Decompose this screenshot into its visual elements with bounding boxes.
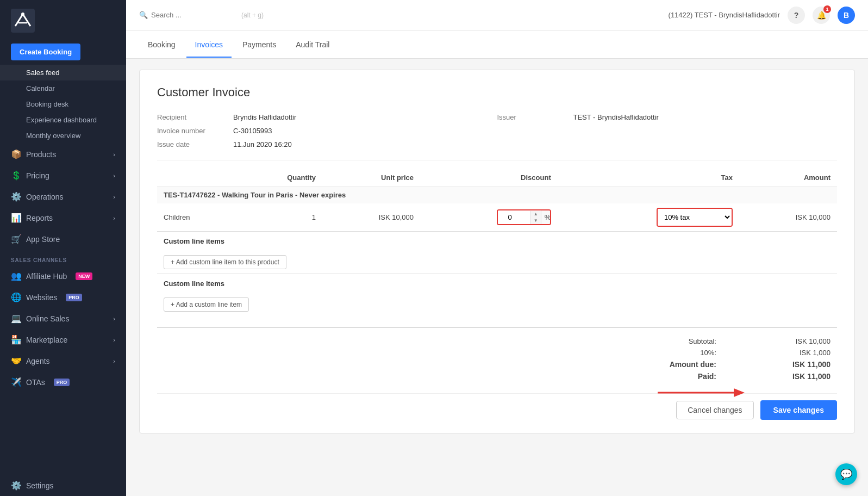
paid-row: Paid: ISK 11,000 xyxy=(157,370,837,382)
online-sales-icon: 💻 xyxy=(11,313,21,324)
issuer-row: Issuer TEST - BryndisHaflidadottir xyxy=(497,110,838,124)
svg-point-1 xyxy=(21,13,24,16)
user-avatar[interactable]: B xyxy=(838,7,855,24)
paid-label: Paid: xyxy=(698,372,716,381)
custom-line-items-product-label: Custom line items xyxy=(157,232,837,251)
tab-invoices[interactable]: Invoices xyxy=(186,32,232,58)
sidebar-item-booking-desk[interactable]: Booking desk xyxy=(0,96,126,112)
sidebar-item-agents[interactable]: 🤝 Agents › xyxy=(0,350,126,371)
sidebar-item-settings[interactable]: ⚙️ Settings xyxy=(0,475,126,496)
sidebar-label-otas: OTAs xyxy=(26,378,45,387)
sidebar-item-pricing[interactable]: 💲 Pricing › xyxy=(0,165,126,186)
notifications-button[interactable]: 🔔 1 xyxy=(813,7,830,24)
otas-badge: PRO xyxy=(54,379,70,386)
tax-pct-value: ISK 1,000 xyxy=(782,349,830,357)
cancel-changes-button[interactable]: Cancel changes xyxy=(676,401,753,419)
subtotal-value: ISK 10,000 xyxy=(782,337,830,345)
agents-icon: 🤝 xyxy=(11,356,21,366)
invoice-title: Customer Invoice xyxy=(157,85,837,100)
sidebar-label-websites: Websites xyxy=(26,293,57,302)
table-row: Children 1 ISK 10,000 ▲ ▼ xyxy=(157,203,837,232)
tab-booking[interactable]: Booking xyxy=(139,32,184,58)
chevron-right-icon-4: › xyxy=(113,215,115,221)
line-item-unit-price: ISK 10,000 xyxy=(322,203,420,232)
search-input[interactable] xyxy=(151,11,238,19)
discount-input[interactable] xyxy=(498,210,530,224)
sidebar-item-online-sales[interactable]: 💻 Online Sales › xyxy=(0,308,126,329)
search-wrap[interactable]: 🔍 (alt + g) xyxy=(139,11,662,19)
sidebar-item-otas[interactable]: ✈️ OTAs PRO xyxy=(0,371,126,393)
create-booking-button[interactable]: Create Booking xyxy=(11,44,80,60)
sidebar-item-reports[interactable]: 📊 Reports › xyxy=(0,207,126,228)
topbar-right: (11422) TEST - BryndisHaflidadottir ? 🔔 … xyxy=(669,7,855,24)
help-button[interactable]: ? xyxy=(788,7,805,24)
amount-due-label: Amount due: xyxy=(670,360,716,369)
tax-select-wrap[interactable]: 10% tax No tax 5% tax 25% tax xyxy=(657,208,733,227)
invoice-number-row: Invoice number C-30105993 xyxy=(157,124,497,138)
add-custom-product-row: + Add custom line item to this product xyxy=(157,251,837,274)
custom-line-items-label: Custom line items xyxy=(157,274,837,294)
discount-spinner[interactable]: ▲ ▼ xyxy=(530,211,541,224)
col-header-unit-price: Unit price xyxy=(322,169,420,187)
logo[interactable] xyxy=(0,0,126,41)
line-item-amount: ISK 10,000 xyxy=(739,203,837,232)
line-item-tax[interactable]: 10% tax No tax 5% tax 25% tax xyxy=(558,203,739,232)
tab-audit-trail[interactable]: Audit Trail xyxy=(287,32,338,58)
support-fab-button[interactable]: 💬 xyxy=(835,463,857,485)
spinner-up[interactable]: ▲ xyxy=(531,211,541,218)
main-area: 🔍 (alt + g) (11422) TEST - BryndisHaflid… xyxy=(126,0,868,496)
sidebar-item-app-store[interactable]: 🛒 App Store xyxy=(0,228,126,250)
tax-select[interactable]: 10% tax No tax 5% tax 25% tax xyxy=(658,209,732,226)
issuer-label: Issuer xyxy=(497,113,573,121)
sales-channels-label: SALES CHANNELS xyxy=(0,250,126,265)
add-custom-product-cell[interactable]: + Add custom line item to this product xyxy=(157,251,837,274)
notification-badge: 1 xyxy=(823,5,831,13)
line-item-discount[interactable]: ▲ ▼ % xyxy=(420,203,558,232)
sidebar: Create Booking Sales feed Calendar Booki… xyxy=(0,0,126,496)
discount-field[interactable]: ▲ ▼ % xyxy=(497,209,551,225)
amount-due-value: ISK 11,000 xyxy=(782,360,830,369)
recipient-label: Recipient xyxy=(157,113,233,121)
col-header-item xyxy=(157,169,238,187)
invoice-number-label: Invoice number xyxy=(157,127,233,135)
sidebar-item-sales-feed[interactable]: Sales feed xyxy=(0,65,126,80)
sidebar-label-pricing: Pricing xyxy=(26,171,49,180)
sidebar-label-online-sales: Online Sales xyxy=(26,314,69,323)
custom-line-items-product-row: Custom line items xyxy=(157,232,837,251)
affiliate-hub-badge: NEW xyxy=(76,272,92,280)
sidebar-label-affiliate-hub: Affiliate Hub xyxy=(26,272,67,281)
invoice-meta: Recipient Bryndis Haflidadottir Invoice … xyxy=(157,110,837,160)
sidebar-item-calendar[interactable]: Calendar xyxy=(0,80,126,96)
add-custom-cell[interactable]: + Add a custom line item xyxy=(157,293,837,316)
add-custom-button[interactable]: + Add a custom line item xyxy=(164,297,249,312)
add-custom-product-button[interactable]: + Add custom line item to this product xyxy=(164,255,286,269)
spinner-down[interactable]: ▼ xyxy=(531,218,541,224)
search-shortcut-hint: (alt + g) xyxy=(241,11,264,19)
col-header-quantity: Quantity xyxy=(238,169,322,187)
col-header-tax: Tax xyxy=(558,169,739,187)
product-row: TES-T14747622 - Walking Tour in Paris - … xyxy=(157,187,837,204)
invoice-number-value: C-30105993 xyxy=(233,127,272,135)
sidebar-item-experience-dashboard[interactable]: Experience dashboard xyxy=(0,112,126,128)
sidebar-item-affiliate-hub[interactable]: 👥 Affiliate Hub NEW xyxy=(0,265,126,287)
save-changes-button[interactable]: Save changes xyxy=(760,400,837,420)
sidebar-item-marketplace[interactable]: 🏪 Marketplace › xyxy=(0,329,126,350)
tax-pct-row: 10%: ISK 1,000 xyxy=(157,347,837,358)
amount-due-row: Amount due: ISK 11,000 xyxy=(157,358,837,370)
sidebar-label-marketplace: Marketplace xyxy=(26,336,67,344)
sidebar-item-websites[interactable]: 🌐 Websites PRO xyxy=(0,287,126,308)
paid-value: ISK 11,000 xyxy=(782,372,830,381)
sidebar-item-operations[interactable]: ⚙️ Operations › xyxy=(0,186,126,207)
tab-payments[interactable]: Payments xyxy=(234,32,285,58)
line-item-quantity: 1 xyxy=(238,203,322,232)
websites-badge: PRO xyxy=(66,294,82,301)
totals-section: Subtotal: ISK 10,000 10%: ISK 1,000 Amou… xyxy=(157,327,837,382)
sidebar-item-products[interactable]: 📦 Products › xyxy=(0,144,126,165)
create-booking-btn-wrap[interactable]: Create Booking xyxy=(0,41,126,65)
sidebar-item-monthly-overview[interactable]: Monthly overview xyxy=(0,128,126,144)
content-area: Booking Invoices Payments Audit Trail Cu… xyxy=(126,30,868,496)
chevron-right-icon-2: › xyxy=(113,172,115,179)
action-row: Cancel changes Save changes xyxy=(157,393,837,420)
sidebar-label-app-store: App Store xyxy=(26,235,60,244)
reports-icon: 📊 xyxy=(11,213,21,223)
